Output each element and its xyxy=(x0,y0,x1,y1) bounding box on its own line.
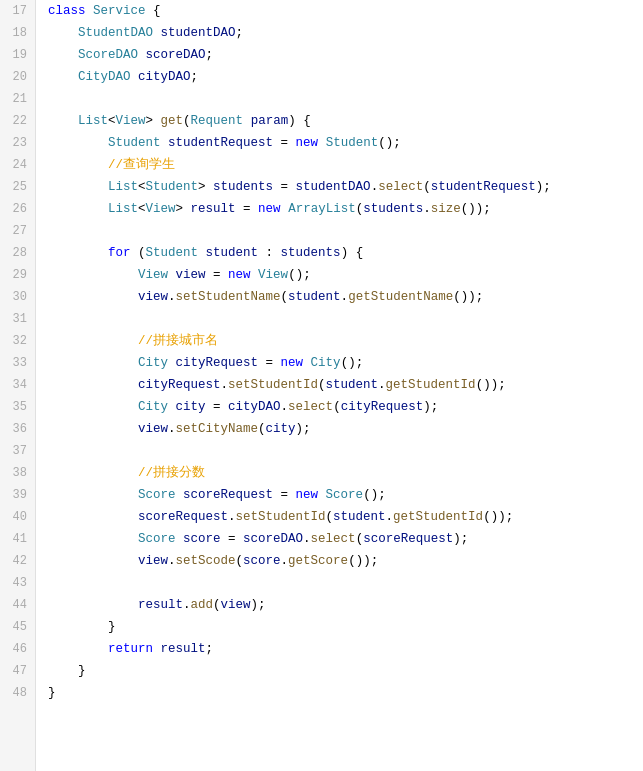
code-area[interactable]: class Service { StudentDAO studentDAO; S… xyxy=(36,0,643,771)
line-number-33: 33 xyxy=(0,352,35,374)
line-number-40: 40 xyxy=(0,506,35,528)
code-line-20: CityDAO cityDAO; xyxy=(36,66,643,88)
line-number-gutter: 1718192021222324252627282930313233343536… xyxy=(0,0,36,771)
code-line-47: } xyxy=(36,660,643,682)
line-number-37: 37 xyxy=(0,440,35,462)
line-number-47: 47 xyxy=(0,660,35,682)
line-number-23: 23 xyxy=(0,132,35,154)
code-line-17: class Service { xyxy=(36,0,643,22)
code-line-33: City cityRequest = new City(); xyxy=(36,352,643,374)
code-line-27 xyxy=(36,220,643,242)
code-line-22: List<View> get(Requent param) { xyxy=(36,110,643,132)
line-number-20: 20 xyxy=(0,66,35,88)
code-editor: 1718192021222324252627282930313233343536… xyxy=(0,0,643,771)
line-number-21: 21 xyxy=(0,88,35,110)
line-number-39: 39 xyxy=(0,484,35,506)
line-number-19: 19 xyxy=(0,44,35,66)
code-line-29: View view = new View(); xyxy=(36,264,643,286)
code-line-28: for (Student student : students) { xyxy=(36,242,643,264)
line-number-48: 48 xyxy=(0,682,35,704)
line-number-41: 41 xyxy=(0,528,35,550)
line-number-31: 31 xyxy=(0,308,35,330)
code-line-25: List<Student> students = studentDAO.sele… xyxy=(36,176,643,198)
line-number-34: 34 xyxy=(0,374,35,396)
code-line-30: view.setStudentName(student.getStudentNa… xyxy=(36,286,643,308)
line-number-17: 17 xyxy=(0,0,35,22)
code-line-35: City city = cityDAO.select(cityRequest); xyxy=(36,396,643,418)
line-number-32: 32 xyxy=(0,330,35,352)
code-line-37 xyxy=(36,440,643,462)
line-number-22: 22 xyxy=(0,110,35,132)
code-line-23: Student studentRequest = new Student(); xyxy=(36,132,643,154)
line-number-38: 38 xyxy=(0,462,35,484)
line-number-18: 18 xyxy=(0,22,35,44)
line-number-36: 36 xyxy=(0,418,35,440)
code-line-43 xyxy=(36,572,643,594)
line-number-27: 27 xyxy=(0,220,35,242)
code-line-34: cityRequest.setStudentId(student.getStud… xyxy=(36,374,643,396)
line-number-25: 25 xyxy=(0,176,35,198)
line-number-45: 45 xyxy=(0,616,35,638)
code-line-39: Score scoreRequest = new Score(); xyxy=(36,484,643,506)
code-line-41: Score score = scoreDAO.select(scoreReque… xyxy=(36,528,643,550)
line-number-43: 43 xyxy=(0,572,35,594)
line-number-46: 46 xyxy=(0,638,35,660)
code-line-18: StudentDAO studentDAO; xyxy=(36,22,643,44)
line-number-26: 26 xyxy=(0,198,35,220)
code-line-32: //拼接城市名 xyxy=(36,330,643,352)
line-number-44: 44 xyxy=(0,594,35,616)
line-number-30: 30 xyxy=(0,286,35,308)
line-number-28: 28 xyxy=(0,242,35,264)
code-line-19: ScoreDAO scoreDAO; xyxy=(36,44,643,66)
code-line-46: return result; xyxy=(36,638,643,660)
line-number-42: 42 xyxy=(0,550,35,572)
code-line-40: scoreRequest.setStudentId(student.getStu… xyxy=(36,506,643,528)
code-line-24: //查询学生 xyxy=(36,154,643,176)
line-number-35: 35 xyxy=(0,396,35,418)
code-line-21 xyxy=(36,88,643,110)
code-line-31 xyxy=(36,308,643,330)
code-line-44: result.add(view); xyxy=(36,594,643,616)
code-line-42: view.setScode(score.getScore()); xyxy=(36,550,643,572)
code-line-26: List<View> result = new ArrayList(studen… xyxy=(36,198,643,220)
line-number-24: 24 xyxy=(0,154,35,176)
code-line-38: //拼接分数 xyxy=(36,462,643,484)
code-line-45: } xyxy=(36,616,643,638)
code-line-36: view.setCityName(city); xyxy=(36,418,643,440)
line-number-29: 29 xyxy=(0,264,35,286)
code-line-48: } xyxy=(36,682,643,704)
